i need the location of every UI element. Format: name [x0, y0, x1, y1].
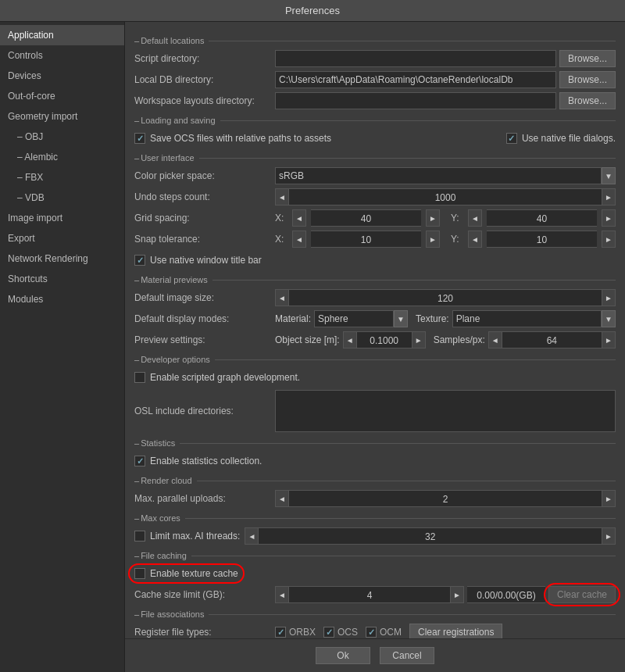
samples-decrease[interactable]: ◄ [488, 331, 502, 349]
samples-value: 64 [502, 331, 602, 349]
material-label: Material: [275, 313, 311, 324]
image-size-decrease[interactable]: ◄ [275, 289, 289, 306]
snap-y-increase[interactable]: ► [602, 231, 616, 248]
statistics-checkbox[interactable] [134, 456, 145, 466]
color-picker-dropdown[interactable]: sRGB [275, 167, 602, 184]
browse-workspace-button[interactable]: Browse... [559, 92, 616, 109]
display-modes-label: Default display modes: [134, 313, 275, 324]
save-ocs-checkbox[interactable] [134, 133, 145, 144]
osl-include-input[interactable] [275, 390, 616, 432]
cache-size-display: 0.00/0.00(GB) [467, 586, 545, 603]
obj-size-decrease[interactable]: ◄ [343, 331, 357, 349]
ai-threads-decrease[interactable]: ◄ [245, 527, 259, 545]
snap-x-increase[interactable]: ► [426, 231, 440, 248]
samples-increase[interactable]: ► [602, 331, 616, 349]
limit-ai-label: Limit max. AI threads: [150, 531, 240, 542]
undo-steps-decrease[interactable]: ◄ [275, 188, 289, 206]
section-loading-saving: Loading and saving [134, 116, 616, 125]
grid-spacing-x-increase[interactable]: ► [426, 209, 440, 227]
undo-steps-label: Undo steps count: [134, 191, 275, 202]
image-size-increase[interactable]: ► [602, 289, 616, 306]
ok-button[interactable]: Ok [316, 647, 370, 664]
texture-label: Texture: [416, 313, 449, 324]
clear-registrations-button[interactable]: Clear registrations [409, 624, 502, 638]
clear-cache-button[interactable]: Clear cache [548, 586, 616, 603]
texture-arrow[interactable]: ▼ [602, 310, 616, 327]
grid-spacing-y-decrease[interactable]: ◄ [468, 209, 482, 227]
snap-x-decrease[interactable]: ◄ [292, 231, 306, 248]
section-statistics: Statistics [134, 438, 616, 448]
snap-y-decrease[interactable]: ◄ [468, 231, 482, 248]
section-max-cores: Max cores [134, 513, 616, 523]
workspace-layouts-label: Workspace layouts directory: [134, 95, 275, 106]
sidebar-item-application[interactable]: Application [0, 25, 124, 45]
save-ocs-label: Save OCS files with relative paths to as… [150, 133, 331, 144]
ocs-label: OCS [338, 627, 358, 638]
local-db-label: Local DB directory: [134, 74, 275, 85]
sidebar-item-geometry-import[interactable]: Geometry import [0, 106, 124, 127]
sidebar-item-fbx[interactable]: – FBX [0, 167, 124, 188]
native-dialogs-checkbox[interactable] [506, 133, 517, 144]
ocm-label: OCM [380, 627, 402, 638]
scripted-graph-checkbox[interactable] [134, 372, 145, 383]
sidebar-item-obj[interactable]: – OBJ [0, 127, 124, 147]
register-file-types-label: Register file types: [134, 627, 275, 638]
color-picker-arrow[interactable]: ▼ [602, 167, 616, 184]
ocm-checkbox[interactable] [366, 627, 377, 638]
sidebar-item-devices[interactable]: Devices [0, 66, 124, 86]
window-title: Preferences [285, 5, 340, 16]
cache-size-value: 4 [289, 586, 450, 603]
grid-spacing-x-decrease[interactable]: ◄ [292, 209, 306, 227]
grid-spacing-x-value: 40 [311, 209, 421, 227]
native-window-label: Use native window title bar [150, 255, 262, 266]
sidebar-item-shortcuts[interactable]: Shortcuts [0, 269, 124, 289]
title-bar: Preferences [0, 0, 625, 22]
sidebar-item-alembic[interactable]: – Alembic [0, 147, 124, 167]
undo-steps-increase[interactable]: ► [602, 188, 616, 206]
texture-cache-checkbox[interactable] [134, 568, 145, 579]
sidebar-item-out-of-core[interactable]: Out-of-core [0, 86, 124, 106]
limit-ai-checkbox[interactable] [134, 531, 145, 542]
uploads-increase[interactable]: ► [602, 490, 616, 507]
orbx-checkbox[interactable] [275, 627, 286, 638]
object-size-label: Object size [m]: [275, 334, 340, 345]
sidebar-item-export[interactable]: Export [0, 228, 124, 248]
color-picker-label: Color picker space: [134, 170, 275, 181]
sidebar-item-network-rendering[interactable]: Network Rendering [0, 248, 124, 269]
sidebar-item-modules[interactable]: Modules [0, 289, 124, 309]
undo-steps-value: 1000 [289, 188, 602, 206]
cache-size-increase[interactable]: ► [450, 586, 464, 603]
texture-dropdown[interactable]: Plane [452, 310, 602, 327]
bottom-bar: Ok Cancel [125, 638, 625, 672]
local-db-input[interactable] [275, 71, 556, 88]
script-directory-label: Script directory: [134, 53, 275, 64]
workspace-layouts-input[interactable] [275, 92, 556, 109]
ai-threads-value: 32 [259, 527, 602, 545]
default-image-size-label: Default image size: [134, 292, 275, 303]
sidebar-item-vdb[interactable]: – VDB [0, 188, 124, 208]
material-dropdown[interactable]: Sphere [314, 310, 394, 327]
script-directory-input[interactable] [275, 50, 556, 67]
snap-tolerance-label: Snap tolerance: [134, 234, 275, 245]
sidebar-item-image-import[interactable]: Image import [0, 208, 124, 228]
grid-spacing-y-increase[interactable]: ► [602, 209, 616, 227]
ai-threads-increase[interactable]: ► [602, 527, 616, 545]
section-material-previews: Material previews [134, 275, 616, 284]
sidebar-item-controls[interactable]: Controls [0, 45, 124, 66]
material-arrow[interactable]: ▼ [394, 310, 408, 327]
obj-size-value: 0.1000 [357, 331, 412, 349]
browse-localdb-button[interactable]: Browse... [559, 71, 616, 88]
native-window-checkbox[interactable] [134, 255, 145, 266]
statistics-label: Enable statistics collection. [150, 456, 262, 466]
section-file-caching: File caching [134, 551, 616, 560]
cancel-button[interactable]: Cancel [380, 647, 434, 664]
section-file-associations: File associations [134, 609, 616, 619]
section-default-locations: Default locations [134, 36, 616, 45]
browse-script-button[interactable]: Browse... [559, 50, 616, 67]
cache-size-label: Cache size limit (GB): [134, 589, 275, 600]
content-area: Default locations Script directory: Brow… [125, 22, 625, 672]
obj-size-increase[interactable]: ► [412, 331, 426, 349]
ocs-checkbox[interactable] [323, 627, 334, 638]
uploads-decrease[interactable]: ◄ [275, 490, 289, 507]
cache-size-decrease[interactable]: ◄ [275, 586, 289, 603]
